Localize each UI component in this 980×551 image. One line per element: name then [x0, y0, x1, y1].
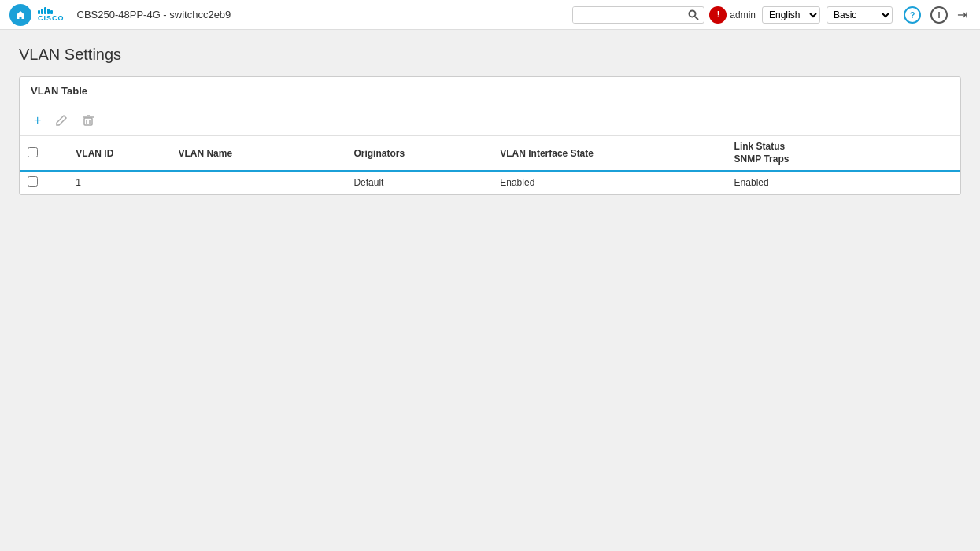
add-icon: +: [34, 113, 41, 128]
alerts-button[interactable]: !: [709, 6, 727, 24]
app-header: CISCO CBS250-48PP-4G - switchcc2eb9 ! ad…: [0, 0, 980, 30]
row-link-status: Enabled: [727, 171, 960, 194]
col-header-link-status-line2: SNMP Traps: [734, 153, 790, 165]
add-vlan-button[interactable]: +: [31, 112, 44, 129]
col-header-originators: Originators: [346, 136, 492, 171]
svg-rect-2: [84, 118, 92, 125]
row-vlan-id: 1: [68, 171, 170, 194]
vlan-card-header: VLAN Table: [20, 77, 960, 105]
col-header-checkbox: [20, 136, 68, 171]
language-select[interactable]: English Spanish French: [762, 6, 820, 24]
col-header-vlan-name: VLAN Name: [170, 136, 346, 171]
logout-icon: ⇥: [957, 7, 967, 22]
page-title: VLAN Settings: [19, 46, 961, 64]
row-originators: Default: [346, 171, 492, 194]
search-box[interactable]: [572, 6, 704, 24]
help-icon: ?: [904, 6, 921, 24]
vlan-toolbar: +: [20, 105, 960, 136]
col-header-link-status-line1: Link Status: [734, 141, 786, 152]
col-header-link-status: Link Status SNMP Traps: [727, 136, 960, 171]
logo-area: CISCO CBS250-48PP-4G - switchcc2eb9: [9, 4, 231, 26]
cisco-home-icon[interactable]: [9, 4, 31, 26]
row-checkbox[interactable]: [28, 176, 38, 187]
delete-icon: [82, 114, 94, 127]
edit-vlan-button[interactable]: [52, 112, 71, 129]
search-input[interactable]: [573, 7, 683, 23]
delete-vlan-button[interactable]: [79, 112, 98, 129]
cisco-logo: CISCO: [38, 7, 65, 22]
col-header-vlan-id: VLAN ID: [68, 136, 170, 171]
search-icon: [688, 9, 699, 20]
admin-label: admin: [730, 9, 756, 20]
device-label: CBS250-48PP-4G - switchcc2eb9: [77, 9, 231, 20]
svg-line-1: [695, 17, 698, 20]
edit-icon: [55, 114, 68, 127]
table-row: 1 Default Enabled Enabled: [20, 171, 960, 194]
table-header-row: VLAN ID VLAN Name Originators VLAN Inter…: [20, 136, 960, 171]
info-icon: i: [930, 6, 948, 24]
logout-button[interactable]: ⇥: [952, 6, 971, 24]
alert-icon: !: [709, 6, 727, 24]
svg-point-0: [690, 10, 696, 17]
select-all-checkbox[interactable]: [28, 147, 38, 157]
row-checkbox-cell: [20, 171, 68, 194]
page-content: VLAN Settings VLAN Table +: [0, 30, 980, 211]
info-button[interactable]: i: [926, 5, 952, 25]
view-select[interactable]: Basic Advanced: [827, 6, 893, 24]
search-button[interactable]: [683, 7, 704, 23]
row-vlan-name: [170, 171, 346, 194]
help-button[interactable]: ?: [899, 5, 926, 25]
vlan-data-table: VLAN ID VLAN Name Originators VLAN Inter…: [20, 136, 960, 194]
vlan-table-card: VLAN Table +: [19, 76, 961, 195]
row-vlan-interface-state: Enabled: [492, 171, 726, 194]
vlan-table-body: 1 Default Enabled Enabled: [20, 171, 960, 194]
col-header-vlan-interface-state: VLAN Interface State: [492, 136, 726, 171]
